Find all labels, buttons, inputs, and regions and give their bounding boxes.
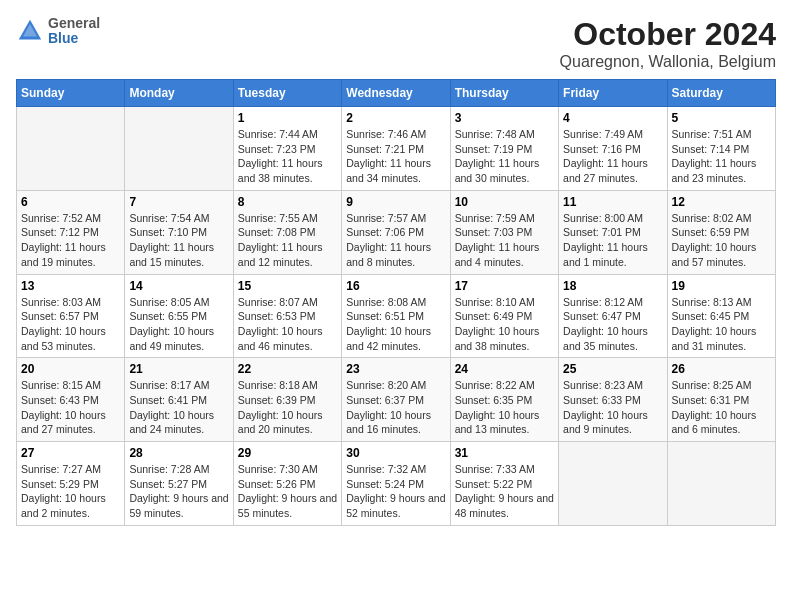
calendar-cell: 22Sunrise: 8:18 AM Sunset: 6:39 PM Dayli… xyxy=(233,358,341,442)
day-detail: Sunrise: 8:22 AM Sunset: 6:35 PM Dayligh… xyxy=(455,378,554,437)
day-number: 31 xyxy=(455,446,554,460)
calendar-cell: 6Sunrise: 7:52 AM Sunset: 7:12 PM Daylig… xyxy=(17,190,125,274)
title-block: October 2024 Quaregnon, Wallonia, Belgiu… xyxy=(560,16,776,71)
day-number: 28 xyxy=(129,446,228,460)
day-detail: Sunrise: 8:05 AM Sunset: 6:55 PM Dayligh… xyxy=(129,295,228,354)
calendar-cell: 9Sunrise: 7:57 AM Sunset: 7:06 PM Daylig… xyxy=(342,190,450,274)
day-number: 5 xyxy=(672,111,771,125)
week-row-2: 6Sunrise: 7:52 AM Sunset: 7:12 PM Daylig… xyxy=(17,190,776,274)
column-header-friday: Friday xyxy=(559,80,667,107)
calendar-cell: 4Sunrise: 7:49 AM Sunset: 7:16 PM Daylig… xyxy=(559,107,667,191)
day-number: 19 xyxy=(672,279,771,293)
day-detail: Sunrise: 8:03 AM Sunset: 6:57 PM Dayligh… xyxy=(21,295,120,354)
calendar-cell: 25Sunrise: 8:23 AM Sunset: 6:33 PM Dayli… xyxy=(559,358,667,442)
calendar-cell xyxy=(125,107,233,191)
day-detail: Sunrise: 8:07 AM Sunset: 6:53 PM Dayligh… xyxy=(238,295,337,354)
day-number: 3 xyxy=(455,111,554,125)
day-detail: Sunrise: 8:02 AM Sunset: 6:59 PM Dayligh… xyxy=(672,211,771,270)
column-header-wednesday: Wednesday xyxy=(342,80,450,107)
calendar-cell: 12Sunrise: 8:02 AM Sunset: 6:59 PM Dayli… xyxy=(667,190,775,274)
day-detail: Sunrise: 8:20 AM Sunset: 6:37 PM Dayligh… xyxy=(346,378,445,437)
day-number: 1 xyxy=(238,111,337,125)
column-header-sunday: Sunday xyxy=(17,80,125,107)
week-row-4: 20Sunrise: 8:15 AM Sunset: 6:43 PM Dayli… xyxy=(17,358,776,442)
day-detail: Sunrise: 7:28 AM Sunset: 5:27 PM Dayligh… xyxy=(129,462,228,521)
page-header: General Blue October 2024 Quaregnon, Wal… xyxy=(16,16,776,71)
day-detail: Sunrise: 7:55 AM Sunset: 7:08 PM Dayligh… xyxy=(238,211,337,270)
day-detail: Sunrise: 8:10 AM Sunset: 6:49 PM Dayligh… xyxy=(455,295,554,354)
day-detail: Sunrise: 8:08 AM Sunset: 6:51 PM Dayligh… xyxy=(346,295,445,354)
day-detail: Sunrise: 8:25 AM Sunset: 6:31 PM Dayligh… xyxy=(672,378,771,437)
calendar-subtitle: Quaregnon, Wallonia, Belgium xyxy=(560,53,776,71)
column-header-thursday: Thursday xyxy=(450,80,558,107)
day-detail: Sunrise: 7:46 AM Sunset: 7:21 PM Dayligh… xyxy=(346,127,445,186)
day-detail: Sunrise: 8:17 AM Sunset: 6:41 PM Dayligh… xyxy=(129,378,228,437)
calendar-cell: 14Sunrise: 8:05 AM Sunset: 6:55 PM Dayli… xyxy=(125,274,233,358)
day-detail: Sunrise: 7:54 AM Sunset: 7:10 PM Dayligh… xyxy=(129,211,228,270)
day-number: 30 xyxy=(346,446,445,460)
day-number: 18 xyxy=(563,279,662,293)
calendar-cell xyxy=(559,442,667,526)
day-detail: Sunrise: 7:57 AM Sunset: 7:06 PM Dayligh… xyxy=(346,211,445,270)
day-number: 7 xyxy=(129,195,228,209)
calendar-cell: 24Sunrise: 8:22 AM Sunset: 6:35 PM Dayli… xyxy=(450,358,558,442)
day-number: 12 xyxy=(672,195,771,209)
day-detail: Sunrise: 7:30 AM Sunset: 5:26 PM Dayligh… xyxy=(238,462,337,521)
day-detail: Sunrise: 7:59 AM Sunset: 7:03 PM Dayligh… xyxy=(455,211,554,270)
day-detail: Sunrise: 7:44 AM Sunset: 7:23 PM Dayligh… xyxy=(238,127,337,186)
day-number: 21 xyxy=(129,362,228,376)
calendar-cell: 29Sunrise: 7:30 AM Sunset: 5:26 PM Dayli… xyxy=(233,442,341,526)
day-number: 25 xyxy=(563,362,662,376)
day-number: 4 xyxy=(563,111,662,125)
day-detail: Sunrise: 8:00 AM Sunset: 7:01 PM Dayligh… xyxy=(563,211,662,270)
day-number: 24 xyxy=(455,362,554,376)
calendar-cell: 15Sunrise: 8:07 AM Sunset: 6:53 PM Dayli… xyxy=(233,274,341,358)
calendar-cell: 16Sunrise: 8:08 AM Sunset: 6:51 PM Dayli… xyxy=(342,274,450,358)
day-detail: Sunrise: 7:49 AM Sunset: 7:16 PM Dayligh… xyxy=(563,127,662,186)
day-number: 20 xyxy=(21,362,120,376)
logo-line1: General xyxy=(48,16,100,31)
day-number: 14 xyxy=(129,279,228,293)
logo-text: General Blue xyxy=(48,16,100,47)
logo-icon xyxy=(16,17,44,45)
day-detail: Sunrise: 7:48 AM Sunset: 7:19 PM Dayligh… xyxy=(455,127,554,186)
day-number: 27 xyxy=(21,446,120,460)
calendar-cell: 8Sunrise: 7:55 AM Sunset: 7:08 PM Daylig… xyxy=(233,190,341,274)
calendar-cell: 11Sunrise: 8:00 AM Sunset: 7:01 PM Dayli… xyxy=(559,190,667,274)
day-number: 2 xyxy=(346,111,445,125)
calendar-cell: 2Sunrise: 7:46 AM Sunset: 7:21 PM Daylig… xyxy=(342,107,450,191)
day-detail: Sunrise: 8:13 AM Sunset: 6:45 PM Dayligh… xyxy=(672,295,771,354)
day-number: 8 xyxy=(238,195,337,209)
calendar-cell: 5Sunrise: 7:51 AM Sunset: 7:14 PM Daylig… xyxy=(667,107,775,191)
column-header-tuesday: Tuesday xyxy=(233,80,341,107)
day-detail: Sunrise: 8:15 AM Sunset: 6:43 PM Dayligh… xyxy=(21,378,120,437)
calendar-cell: 31Sunrise: 7:33 AM Sunset: 5:22 PM Dayli… xyxy=(450,442,558,526)
calendar-cell xyxy=(17,107,125,191)
day-detail: Sunrise: 7:32 AM Sunset: 5:24 PM Dayligh… xyxy=(346,462,445,521)
calendar-cell: 13Sunrise: 8:03 AM Sunset: 6:57 PM Dayli… xyxy=(17,274,125,358)
logo-line2: Blue xyxy=(48,31,100,46)
calendar-cell: 7Sunrise: 7:54 AM Sunset: 7:10 PM Daylig… xyxy=(125,190,233,274)
calendar-title: October 2024 xyxy=(560,16,776,53)
day-detail: Sunrise: 8:23 AM Sunset: 6:33 PM Dayligh… xyxy=(563,378,662,437)
day-detail: Sunrise: 7:33 AM Sunset: 5:22 PM Dayligh… xyxy=(455,462,554,521)
calendar-cell: 26Sunrise: 8:25 AM Sunset: 6:31 PM Dayli… xyxy=(667,358,775,442)
calendar-cell: 3Sunrise: 7:48 AM Sunset: 7:19 PM Daylig… xyxy=(450,107,558,191)
day-detail: Sunrise: 7:52 AM Sunset: 7:12 PM Dayligh… xyxy=(21,211,120,270)
day-detail: Sunrise: 7:27 AM Sunset: 5:29 PM Dayligh… xyxy=(21,462,120,521)
day-detail: Sunrise: 8:18 AM Sunset: 6:39 PM Dayligh… xyxy=(238,378,337,437)
day-number: 11 xyxy=(563,195,662,209)
calendar-cell: 21Sunrise: 8:17 AM Sunset: 6:41 PM Dayli… xyxy=(125,358,233,442)
column-header-monday: Monday xyxy=(125,80,233,107)
day-number: 26 xyxy=(672,362,771,376)
calendar-cell: 20Sunrise: 8:15 AM Sunset: 6:43 PM Dayli… xyxy=(17,358,125,442)
day-number: 9 xyxy=(346,195,445,209)
calendar-cell: 23Sunrise: 8:20 AM Sunset: 6:37 PM Dayli… xyxy=(342,358,450,442)
day-number: 23 xyxy=(346,362,445,376)
day-number: 29 xyxy=(238,446,337,460)
calendar-cell: 17Sunrise: 8:10 AM Sunset: 6:49 PM Dayli… xyxy=(450,274,558,358)
calendar-cell: 18Sunrise: 8:12 AM Sunset: 6:47 PM Dayli… xyxy=(559,274,667,358)
calendar-cell: 28Sunrise: 7:28 AM Sunset: 5:27 PM Dayli… xyxy=(125,442,233,526)
calendar-cell: 1Sunrise: 7:44 AM Sunset: 7:23 PM Daylig… xyxy=(233,107,341,191)
day-number: 6 xyxy=(21,195,120,209)
